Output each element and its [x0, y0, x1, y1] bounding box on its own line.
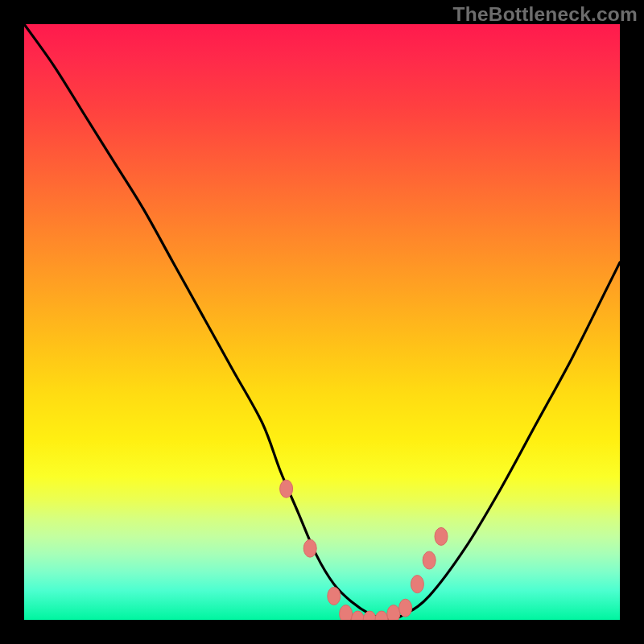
- curve-marker: [363, 611, 376, 620]
- bottleneck-curve-svg: [24, 24, 620, 620]
- marker-group: [280, 480, 448, 620]
- curve-marker: [340, 605, 353, 620]
- watermark-text: TheBottleneck.com: [453, 3, 638, 26]
- curve-marker: [303, 539, 316, 557]
- curve-marker: [280, 480, 293, 497]
- curve-marker: [351, 611, 364, 620]
- curve-marker: [375, 611, 388, 620]
- bottleneck-curve-path: [24, 24, 620, 620]
- plot-area: [24, 24, 620, 620]
- curve-marker: [423, 551, 436, 569]
- chart-frame: TheBottleneck.com: [0, 0, 644, 644]
- curve-marker: [435, 527, 448, 545]
- curve-marker: [387, 605, 400, 620]
- curve-marker: [399, 599, 412, 617]
- curve-marker: [411, 576, 423, 593]
- curve-marker: [328, 587, 341, 605]
